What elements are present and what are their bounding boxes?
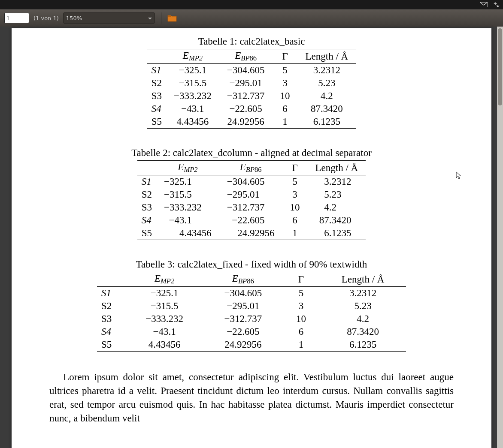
open-folder-button[interactable] (167, 14, 177, 22)
table-row: S5 4.43456 24.92956 1 6.1235 (137, 227, 366, 240)
table-row: S2−315.5−295.0135.23 (147, 77, 356, 90)
table-1-caption: Tabelle 1: calc2latex_basic (198, 36, 305, 47)
chevron-down-icon (148, 15, 152, 21)
sync-arrows-icon[interactable] (494, 2, 500, 8)
table-row: S1−325.1−304.60553.2312 (147, 64, 356, 77)
zoom-combobox[interactable]: 150% (63, 12, 155, 24)
svg-rect-1 (168, 15, 171, 17)
table-row: S1−325.1−304.60553.2312 (97, 287, 406, 300)
toolbar-separator (161, 12, 161, 24)
table-row: S4−43.1−22.605687.3420 (147, 102, 356, 115)
table-1-wrap: Tabelle 1: calc2latex_basic EMP2 EBP86 Γ… (37, 36, 466, 129)
table-row: S3−333.232−312.737104.2 (97, 313, 406, 325)
table-row: S2 −315.5 −295.01 3 5.23 (137, 188, 366, 201)
table-2-caption: Tabelle 2: calc2latex_dcolumn - aligned … (131, 147, 372, 159)
table-2-wrap: Tabelle 2: calc2latex_dcolumn - aligned … (37, 147, 466, 240)
table-2: EMP2 EBP86 Γ Length / Å S1 −325.1 −304.6… (137, 160, 366, 240)
body-paragraph: Lorem ipsum dolor sit amet, consectetur … (49, 370, 454, 425)
table-row: S3 −333.232 −312.737 10 4.2 (137, 201, 366, 214)
scrollbar-thumb[interactable] (498, 28, 502, 105)
vertical-scrollbar[interactable] (497, 27, 503, 448)
table-row: S4−43.1−22.605687.3420 (97, 325, 406, 338)
table-row: S54.4345624.9295616.1235 (147, 115, 356, 129)
pdf-page: Tabelle 1: calc2latex_basic EMP2 EBP86 Γ… (12, 28, 491, 448)
table-row: S54.4345624.9295616.1235 (97, 338, 406, 352)
table-row: S2−315.5−295.0135.23 (97, 300, 406, 313)
table-row: S4 −43.1 −22.605 6 87.3420 (137, 214, 366, 227)
table-1: EMP2 EBP86 Γ Length / Å S1−325.1−304.605… (147, 49, 356, 129)
document-viewport: Tabelle 1: calc2latex_basic EMP2 EBP86 Γ… (0, 27, 503, 448)
table-3-caption: Tabelle 3: calc2latex_fixed - fixed widt… (136, 259, 367, 270)
table-3-wrap: Tabelle 3: calc2latex_fixed - fixed widt… (37, 259, 466, 352)
table-3: EMP2 EBP86 Γ Length / Å S1−325.1−304.605… (97, 272, 406, 352)
page-number-input[interactable] (4, 13, 29, 23)
system-top-bar (0, 0, 503, 9)
mail-icon[interactable] (480, 2, 488, 7)
page-count-label: (1 von 1) (33, 15, 59, 21)
table-row: S3−333.232−312.737104.2 (147, 90, 356, 102)
pdf-toolbar: (1 von 1) 150% (0, 9, 503, 27)
table-row: S1 −325.1 −304.605 5 3.2312 (137, 175, 366, 189)
zoom-value: 150% (66, 15, 82, 21)
